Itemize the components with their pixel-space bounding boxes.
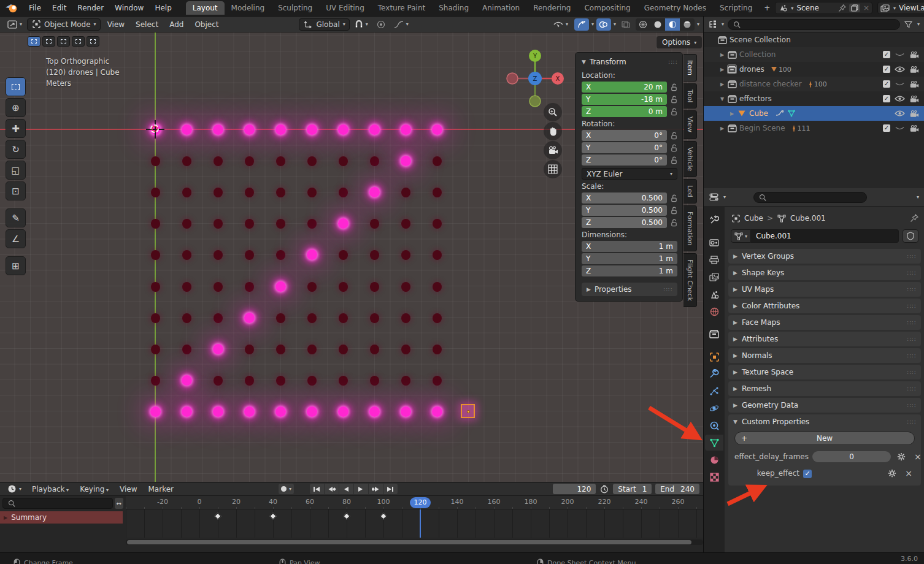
- summary-channel[interactable]: ▶ Summary: [0, 511, 123, 524]
- menu-edit[interactable]: Edit: [47, 2, 72, 14]
- expander-icon[interactable]: ▶: [727, 111, 737, 116]
- workspace-tab-rendering[interactable]: Rendering: [526, 1, 577, 15]
- panel-grip-icon[interactable]: ∷∷: [907, 352, 916, 359]
- xray-toggle[interactable]: [618, 18, 633, 31]
- panel-grip-icon[interactable]: ∷∷: [907, 286, 916, 293]
- panel-grip-icon[interactable]: ∷∷: [668, 59, 677, 66]
- edit-property-gear-icon[interactable]: [895, 452, 908, 461]
- panel-attributes[interactable]: ▶Attributes∷∷: [728, 332, 921, 346]
- timeline-ruler[interactable]: -20020406080100120140160180200220240260 …: [126, 496, 703, 509]
- select-mode-set[interactable]: [28, 36, 40, 47]
- exclude-checkbox[interactable]: ✓: [883, 95, 890, 102]
- viewport-menu-object[interactable]: Object: [189, 18, 224, 31]
- options-button[interactable]: Options ▾: [656, 36, 702, 48]
- shading-dropdown-icon[interactable]: ▾: [697, 21, 699, 27]
- transform-orientation-dropdown[interactable]: Global ▾: [299, 18, 349, 31]
- properties-options-dropdown-icon[interactable]: ▾: [917, 194, 919, 200]
- outliner-row-collection[interactable]: ▶Collection✓: [704, 47, 924, 62]
- measure-tool[interactable]: ∠: [6, 229, 26, 248]
- timeline-scrollbar[interactable]: [126, 539, 703, 545]
- workspace-tab-modeling[interactable]: Modeling: [225, 1, 272, 15]
- select-mode-invert[interactable]: [72, 36, 85, 47]
- camera-visibility-icon[interactable]: [909, 124, 919, 132]
- expander-icon[interactable]: ▶: [717, 52, 727, 58]
- panel-grip-icon[interactable]: ∷∷: [907, 303, 916, 310]
- selected-cube-object[interactable]: [461, 404, 475, 418]
- scale-x-field[interactable]: X0.500: [582, 192, 667, 204]
- properties-modifiers-tab[interactable]: [705, 366, 723, 382]
- location-x-field[interactable]: X20 m: [582, 82, 667, 93]
- properties-physics-tab[interactable]: [705, 400, 723, 416]
- end-frame-field[interactable]: End 240: [655, 484, 699, 494]
- chevron-down-icon[interactable]: ▾: [722, 21, 724, 27]
- auto-keyframe-record-button[interactable]: ▾: [279, 484, 294, 494]
- workspace-tab-sculpting[interactable]: Sculpting: [271, 1, 319, 15]
- outliner-item-label[interactable]: effectors: [739, 94, 772, 103]
- workspace-tab-shading[interactable]: Shading: [432, 1, 475, 15]
- eye-open-icon[interactable]: [895, 95, 905, 102]
- playhead-line[interactable]: [420, 509, 421, 538]
- delete-property-icon[interactable]: ×: [903, 468, 915, 478]
- next-keyframe-button[interactable]: [369, 484, 383, 494]
- workspace-tab-texture-paint[interactable]: Texture Paint: [371, 1, 432, 15]
- eye-closed-icon[interactable]: [895, 124, 905, 132]
- sidebar-tab-vehicle[interactable]: Vehicle: [683, 141, 697, 177]
- chevron-down-icon[interactable]: ▾: [723, 194, 726, 200]
- new-scene-button[interactable]: [849, 4, 860, 12]
- shading-wireframe-button[interactable]: [636, 18, 650, 31]
- outliner-item-label[interactable]: drones: [739, 65, 764, 74]
- panel-color-attributes[interactable]: ▶Color Attributes∷∷: [728, 299, 921, 313]
- properties-constraints-tab[interactable]: [705, 417, 723, 433]
- viewport-menu-view[interactable]: View: [102, 18, 130, 31]
- panel-remesh[interactable]: ▶Remesh∷∷: [728, 381, 921, 396]
- datablock-name-input[interactable]: Cube.001: [751, 229, 899, 243]
- camera-visibility-icon[interactable]: [909, 110, 919, 118]
- panel-texture-space[interactable]: ▶Texture Space∷∷: [728, 365, 921, 379]
- viewport-3d[interactable]: Top Orthographic (120) drones | Cube Met…: [0, 32, 703, 482]
- outliner-row-drones[interactable]: ▶drones100✓: [704, 62, 924, 77]
- play-reverse-button[interactable]: [339, 484, 353, 494]
- properties-view-layer-tab[interactable]: [705, 269, 723, 285]
- lock-open-icon[interactable]: [671, 207, 677, 215]
- workspace-tab-scripting[interactable]: Scripting: [713, 1, 759, 15]
- effect_delay_frames-value-field[interactable]: 0: [812, 451, 891, 462]
- panel-custom-properties[interactable]: ▼Custom Properties∷∷: [728, 414, 921, 429]
- jump-to-start-button[interactable]: [310, 484, 324, 494]
- keyframe-diamond[interactable]: [343, 513, 350, 519]
- editor-type-properties-icon[interactable]: [709, 192, 718, 202]
- sidebar-tab-flight-check[interactable]: Flight Check: [683, 253, 697, 307]
- properties-search-input[interactable]: [753, 192, 867, 203]
- scale-tool[interactable]: ◱: [6, 161, 26, 180]
- jump-to-end-button[interactable]: [383, 484, 398, 494]
- scene-name[interactable]: Scene: [796, 4, 835, 12]
- outliner-row-effectors[interactable]: ▼effectors✓: [704, 91, 924, 106]
- dimensions-y-field[interactable]: Y1 m: [582, 253, 677, 264]
- eye-closed-icon[interactable]: [895, 80, 905, 88]
- properties-subpanel-collapsed[interactable]: ▶ Properties ∷∷: [582, 283, 677, 296]
- lock-open-icon[interactable]: [671, 156, 677, 164]
- proportional-falloff-dropdown[interactable]: ▾: [390, 20, 412, 29]
- shading-rendered-button[interactable]: [680, 18, 695, 31]
- timeline-menu-playback[interactable]: Playback ▾: [26, 483, 74, 495]
- move-tool[interactable]: ✚: [6, 119, 26, 138]
- exclude-checkbox[interactable]: ✓: [883, 66, 890, 73]
- select-mode-intersect[interactable]: [87, 36, 99, 47]
- properties-tool-tab[interactable]: [705, 212, 723, 228]
- new-custom-property-button[interactable]: +New: [734, 432, 915, 445]
- outliner-row-begin-scene[interactable]: ▶Begin Scene111✓: [704, 121, 924, 135]
- breadcrumb-data[interactable]: Cube.001: [790, 214, 826, 223]
- blender-logo-icon[interactable]: [5, 2, 18, 13]
- lock-open-icon[interactable]: [671, 83, 677, 91]
- proportional-editing-toggle[interactable]: [373, 19, 389, 30]
- outliner-item-label[interactable]: distance checker: [739, 80, 802, 88]
- workspace-tab-uv-editing[interactable]: UV Editing: [319, 1, 371, 15]
- select-mode-subtract[interactable]: [57, 36, 70, 47]
- sidebar-tab-led[interactable]: Led: [683, 179, 697, 204]
- expander-icon[interactable]: ▶: [717, 82, 727, 87]
- outliner-item-label[interactable]: Cube: [749, 109, 768, 118]
- properties-world-tab[interactable]: [705, 303, 723, 319]
- select-box-tool[interactable]: [6, 77, 26, 96]
- playback-sync-clock-icon[interactable]: [599, 484, 609, 494]
- annotate-tool[interactable]: ✎: [6, 208, 26, 227]
- camera-visibility-icon[interactable]: [909, 51, 919, 59]
